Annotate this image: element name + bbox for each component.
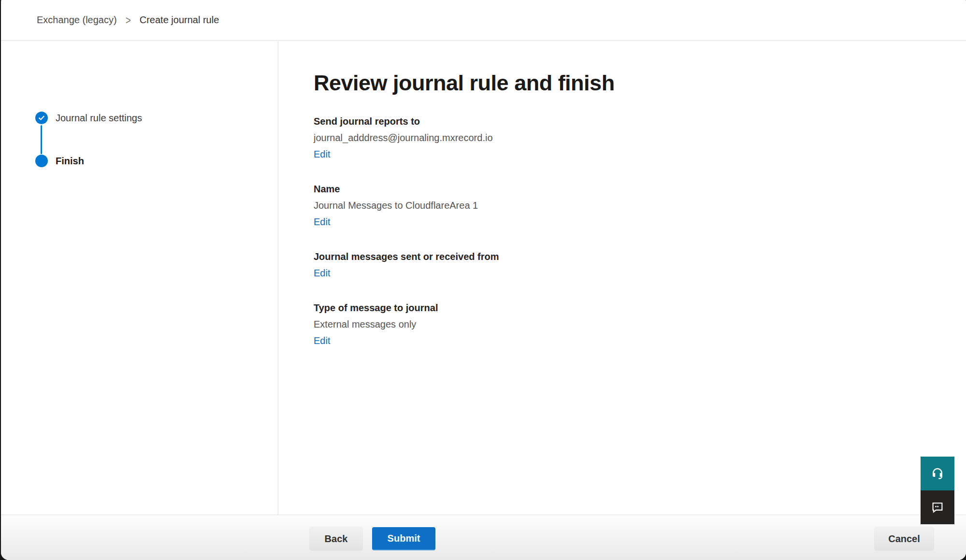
headset-icon [930, 466, 945, 481]
review-sections: Send journal reports to journal_adddress… [314, 115, 908, 347]
section-label: Journal messages sent or received from [314, 250, 908, 263]
wizard-step-label: Finish [56, 156, 84, 167]
breadcrumb: Exchange (legacy) > Create journal rule [1, 0, 966, 41]
section-value: Journal Messages to CloudflareArea 1 [314, 199, 908, 212]
wizard-steps-sidebar: Journal rule settings Finish [1, 41, 278, 515]
breadcrumb-exchange-legacy[interactable]: Exchange (legacy) [37, 14, 117, 26]
wizard-step-finish[interactable]: Finish [35, 155, 84, 167]
section-label: Type of message to journal [314, 302, 908, 314]
back-button[interactable]: Back [310, 527, 362, 550]
edit-send-journal-reports-link[interactable]: Edit [314, 148, 330, 160]
section-type-of-message: Type of message to journal External mess… [314, 302, 908, 347]
step-connector-line [41, 125, 42, 154]
step-current-dot-icon [35, 155, 48, 167]
app-window: Exchange (legacy) > Create journal rule … [1, 0, 966, 560]
page-title: Review journal rule and finish [314, 71, 908, 96]
step-completed-check-icon [35, 112, 48, 124]
chevron-right-icon: > [126, 14, 131, 27]
submit-button[interactable]: Submit [372, 527, 435, 550]
chat-icon [930, 500, 945, 515]
edit-type-of-message-link[interactable]: Edit [314, 334, 330, 347]
section-value: External messages only [314, 318, 908, 330]
action-bar: Back Submit Cancel [1, 515, 966, 560]
section-label: Send journal reports to [314, 115, 908, 128]
breadcrumb-create-journal-rule: Create journal rule [140, 14, 219, 26]
wizard-step-label: Journal rule settings [56, 113, 142, 124]
help-support-button[interactable] [921, 457, 954, 490]
feedback-chat-button[interactable] [921, 490, 954, 524]
edit-journal-messages-scope-link[interactable]: Edit [314, 267, 330, 279]
section-name: Name Journal Messages to CloudflareArea … [314, 183, 908, 228]
wizard-step-journal-rule-settings[interactable]: Journal rule settings [35, 112, 142, 124]
section-journal-messages-scope: Journal messages sent or received from E… [314, 250, 908, 279]
section-label: Name [314, 183, 908, 195]
section-send-journal-reports-to: Send journal reports to journal_adddress… [314, 115, 908, 160]
section-value: journal_adddress@journaling.mxrecord.io [314, 131, 908, 144]
review-pane: Review journal rule and finish Send jour… [314, 71, 908, 369]
cancel-button[interactable]: Cancel [875, 527, 934, 550]
edit-name-link[interactable]: Edit [314, 215, 330, 228]
